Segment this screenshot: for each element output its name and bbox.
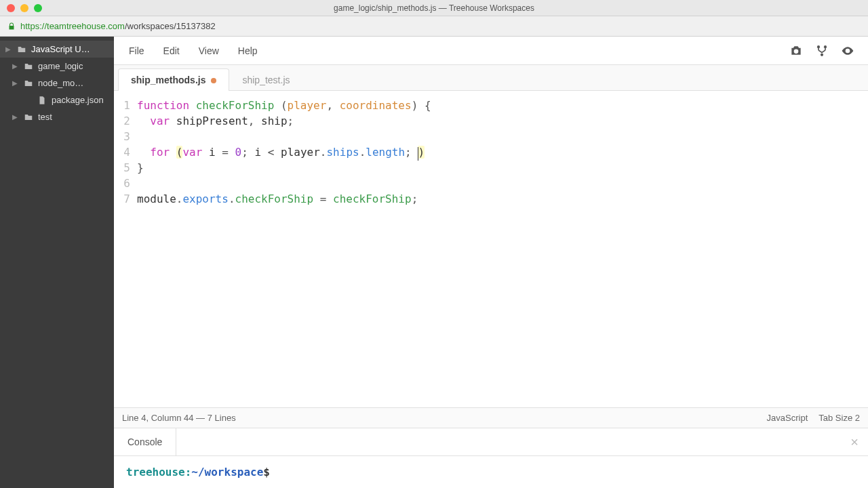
close-window-button[interactable] xyxy=(7,4,15,12)
language-mode[interactable]: JavaScript xyxy=(767,413,808,423)
prompt-symbol: $ xyxy=(263,466,270,479)
tab-ship_methods-js[interactable]: ship_methods.js xyxy=(118,68,229,91)
console-panel: Console × treehouse:~/workspace$ xyxy=(114,428,868,488)
tree-item-test[interactable]: ▶test xyxy=(0,108,114,125)
traffic-lights xyxy=(0,4,42,12)
close-console-button[interactable]: × xyxy=(841,434,868,450)
folder-icon xyxy=(16,45,27,54)
camera-icon[interactable] xyxy=(789,44,803,58)
tree-label: game_logic xyxy=(38,61,83,71)
cursor-position: Line 4, Column 44 — 7 Lines xyxy=(122,413,236,423)
menu-file[interactable]: File xyxy=(121,41,153,60)
menu-view[interactable]: View xyxy=(191,41,227,60)
tab-bar: ship_methods.jsship_test.js xyxy=(114,65,868,91)
folder-icon xyxy=(23,113,34,122)
chevron-right-icon: ▶ xyxy=(5,45,12,53)
minimize-window-button[interactable] xyxy=(20,4,28,12)
line-gutter: 1234567 xyxy=(114,98,137,407)
tree-label: test xyxy=(38,112,52,122)
prompt-host: treehouse: xyxy=(126,466,191,479)
chevron-right-icon: ▶ xyxy=(12,62,19,70)
svg-point-0 xyxy=(817,45,820,48)
menu-edit[interactable]: Edit xyxy=(155,41,188,60)
console-output[interactable]: treehouse:~/workspace$ xyxy=(114,456,868,488)
tab-label: ship_test.js xyxy=(242,75,290,85)
dirty-indicator-icon xyxy=(211,78,216,83)
tab-size[interactable]: Tab Size 2 xyxy=(818,413,860,423)
console-tab[interactable]: Console xyxy=(114,428,176,455)
menubar: FileEditViewHelp xyxy=(114,37,868,65)
status-bar: Line 4, Column 44 — 7 Lines JavaScript T… xyxy=(114,407,868,428)
maximize-window-button[interactable] xyxy=(34,4,42,12)
prompt-path: ~/workspace xyxy=(191,466,263,479)
address-bar[interactable]: https://teamtreehouse.com/workspaces/151… xyxy=(0,16,868,37)
menu-help[interactable]: Help xyxy=(230,41,266,60)
chevron-right-icon: ▶ xyxy=(12,113,19,121)
file-tree-sidebar: ▶JavaScript U…▶game_logic▶node_mo…packag… xyxy=(0,37,114,488)
code-content[interactable]: function checkForShip (player, coordinat… xyxy=(137,98,868,407)
folder-icon xyxy=(23,79,34,88)
tree-item-node_mo-[interactable]: ▶node_mo… xyxy=(0,75,114,92)
tree-label: node_mo… xyxy=(38,78,83,88)
tree-item-package-json[interactable]: package.json xyxy=(0,92,114,108)
svg-point-1 xyxy=(824,45,827,48)
code-editor[interactable]: 1234567 function checkForShip (player, c… xyxy=(114,91,868,407)
page-url: https://teamtreehouse.com/workspaces/151… xyxy=(20,21,216,31)
file-icon xyxy=(37,96,47,105)
tab-label: ship_methods.js xyxy=(131,75,205,85)
fork-icon[interactable] xyxy=(815,44,829,58)
lock-icon xyxy=(7,22,16,31)
tree-label: JavaScript U… xyxy=(31,44,90,54)
tree-item-javascript-u-[interactable]: ▶JavaScript U… xyxy=(0,41,114,58)
tab-ship_test-js[interactable]: ship_test.js xyxy=(229,68,302,91)
tree-label: package.json xyxy=(52,95,104,105)
eye-icon[interactable] xyxy=(841,44,854,58)
tree-item-game_logic[interactable]: ▶game_logic xyxy=(0,58,114,75)
window-title: game_logic/ship_methods.js — Treehouse W… xyxy=(334,3,534,13)
folder-icon xyxy=(23,62,34,71)
window-titlebar: game_logic/ship_methods.js — Treehouse W… xyxy=(0,0,868,16)
svg-point-2 xyxy=(821,53,823,56)
chevron-right-icon: ▶ xyxy=(12,79,19,87)
